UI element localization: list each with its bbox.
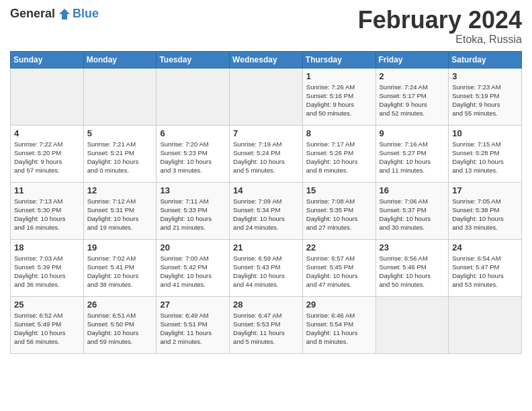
day-number: 3 bbox=[452, 71, 518, 81]
calendar-cell: 14Sunrise: 7:09 AM Sunset: 5:34 PM Dayli… bbox=[230, 182, 303, 239]
day-info: Sunrise: 6:52 AM Sunset: 5:49 PM Dayligh… bbox=[14, 311, 80, 347]
header-row: SundayMondayTuesdayWednesdayThursdayFrid… bbox=[11, 51, 522, 68]
day-info: Sunrise: 6:47 AM Sunset: 5:53 PM Dayligh… bbox=[233, 311, 299, 347]
day-info: Sunrise: 7:15 AM Sunset: 5:28 PM Dayligh… bbox=[452, 140, 518, 175]
calendar-cell bbox=[375, 296, 449, 353]
calendar-cell: 2Sunrise: 7:24 AM Sunset: 5:17 PM Daylig… bbox=[375, 68, 449, 125]
calendar-cell: 13Sunrise: 7:11 AM Sunset: 5:33 PM Dayli… bbox=[157, 182, 230, 239]
day-number: 17 bbox=[452, 185, 518, 195]
day-number: 22 bbox=[306, 242, 372, 253]
day-info: Sunrise: 7:03 AM Sunset: 5:39 PM Dayligh… bbox=[14, 254, 80, 289]
day-info: Sunrise: 7:21 AM Sunset: 5:21 PM Dayligh… bbox=[87, 140, 153, 175]
day-number: 26 bbox=[87, 300, 153, 310]
calendar-cell bbox=[11, 68, 84, 125]
day-number: 12 bbox=[87, 185, 153, 195]
calendar-cell: 11Sunrise: 7:13 AM Sunset: 5:30 PM Dayli… bbox=[11, 182, 84, 239]
calendar-cell: 18Sunrise: 7:03 AM Sunset: 5:39 PM Dayli… bbox=[11, 239, 84, 296]
day-info: Sunrise: 7:16 AM Sunset: 5:27 PM Dayligh… bbox=[380, 140, 445, 175]
day-info: Sunrise: 7:26 AM Sunset: 5:16 PM Dayligh… bbox=[306, 83, 372, 118]
day-number: 20 bbox=[160, 242, 226, 253]
calendar-cell: 9Sunrise: 7:16 AM Sunset: 5:27 PM Daylig… bbox=[375, 125, 449, 182]
day-info: Sunrise: 7:24 AM Sunset: 5:17 PM Dayligh… bbox=[380, 83, 445, 118]
week-row-2: 4Sunrise: 7:22 AM Sunset: 5:20 PM Daylig… bbox=[11, 125, 522, 182]
calendar-cell: 25Sunrise: 6:52 AM Sunset: 5:49 PM Dayli… bbox=[11, 296, 84, 353]
logo-general: General bbox=[10, 7, 55, 21]
day-header-sunday: Sunday bbox=[11, 51, 84, 68]
day-number: 11 bbox=[14, 185, 80, 195]
calendar-body: 1Sunrise: 7:26 AM Sunset: 5:16 PM Daylig… bbox=[11, 68, 522, 353]
day-info: Sunrise: 6:57 AM Sunset: 5:45 PM Dayligh… bbox=[306, 254, 372, 289]
day-number: 21 bbox=[233, 242, 299, 253]
day-number: 16 bbox=[380, 185, 445, 195]
day-info: Sunrise: 7:06 AM Sunset: 5:37 PM Dayligh… bbox=[380, 197, 445, 232]
day-number: 6 bbox=[160, 128, 226, 138]
day-number: 25 bbox=[14, 300, 80, 310]
day-number: 1 bbox=[306, 71, 372, 81]
day-info: Sunrise: 7:05 AM Sunset: 5:38 PM Dayligh… bbox=[452, 197, 518, 232]
day-number: 23 bbox=[380, 242, 445, 253]
svg-marker-0 bbox=[59, 9, 70, 19]
day-info: Sunrise: 7:12 AM Sunset: 5:31 PM Dayligh… bbox=[87, 197, 153, 232]
calendar-cell: 5Sunrise: 7:21 AM Sunset: 5:21 PM Daylig… bbox=[83, 125, 157, 182]
day-header-saturday: Saturday bbox=[449, 51, 522, 68]
day-info: Sunrise: 7:23 AM Sunset: 5:19 PM Dayligh… bbox=[452, 83, 518, 118]
day-number: 10 bbox=[452, 128, 518, 138]
calendar-cell: 21Sunrise: 6:59 AM Sunset: 5:43 PM Dayli… bbox=[230, 239, 303, 296]
day-info: Sunrise: 7:19 AM Sunset: 5:24 PM Dayligh… bbox=[233, 140, 299, 175]
page-header: General Blue February 2024 Etoka, Russia bbox=[10, 7, 522, 46]
day-number: 8 bbox=[306, 128, 372, 138]
day-header-wednesday: Wednesday bbox=[230, 51, 303, 68]
day-info: Sunrise: 7:13 AM Sunset: 5:30 PM Dayligh… bbox=[14, 197, 80, 232]
calendar-cell bbox=[157, 68, 230, 125]
day-info: Sunrise: 6:56 AM Sunset: 5:46 PM Dayligh… bbox=[380, 254, 445, 289]
day-info: Sunrise: 7:22 AM Sunset: 5:20 PM Dayligh… bbox=[14, 140, 80, 175]
calendar-cell: 23Sunrise: 6:56 AM Sunset: 5:46 PM Dayli… bbox=[375, 239, 449, 296]
day-header-monday: Monday bbox=[83, 51, 157, 68]
calendar-cell: 1Sunrise: 7:26 AM Sunset: 5:16 PM Daylig… bbox=[302, 68, 375, 125]
calendar-cell bbox=[230, 68, 303, 125]
title-area: February 2024 Etoka, Russia bbox=[358, 7, 522, 46]
day-number: 4 bbox=[14, 128, 80, 138]
calendar-cell: 19Sunrise: 7:02 AM Sunset: 5:41 PM Dayli… bbox=[83, 239, 157, 296]
day-info: Sunrise: 6:54 AM Sunset: 5:47 PM Dayligh… bbox=[452, 254, 518, 289]
day-number: 13 bbox=[160, 185, 226, 195]
day-header-thursday: Thursday bbox=[302, 51, 375, 68]
day-number: 7 bbox=[233, 128, 299, 138]
week-row-4: 18Sunrise: 7:03 AM Sunset: 5:39 PM Dayli… bbox=[11, 239, 522, 296]
day-number: 5 bbox=[87, 128, 153, 138]
day-number: 29 bbox=[306, 300, 372, 310]
calendar-cell: 20Sunrise: 7:00 AM Sunset: 5:42 PM Dayli… bbox=[157, 239, 230, 296]
calendar-cell: 12Sunrise: 7:12 AM Sunset: 5:31 PM Dayli… bbox=[83, 182, 157, 239]
location-subtitle: Etoka, Russia bbox=[358, 34, 522, 46]
calendar-cell: 4Sunrise: 7:22 AM Sunset: 5:20 PM Daylig… bbox=[11, 125, 84, 182]
calendar-cell: 3Sunrise: 7:23 AM Sunset: 5:19 PM Daylig… bbox=[449, 68, 522, 125]
calendar-cell: 29Sunrise: 6:46 AM Sunset: 5:54 PM Dayli… bbox=[302, 296, 375, 353]
calendar-cell: 16Sunrise: 7:06 AM Sunset: 5:37 PM Dayli… bbox=[375, 182, 449, 239]
day-number: 28 bbox=[233, 300, 299, 310]
week-row-1: 1Sunrise: 7:26 AM Sunset: 5:16 PM Daylig… bbox=[11, 68, 522, 125]
day-number: 14 bbox=[233, 185, 299, 195]
day-info: Sunrise: 7:20 AM Sunset: 5:23 PM Dayligh… bbox=[160, 140, 226, 175]
day-header-friday: Friday bbox=[375, 51, 449, 68]
logo: General Blue bbox=[10, 7, 99, 21]
day-number: 15 bbox=[306, 185, 372, 195]
logo-icon bbox=[58, 7, 71, 21]
calendar-cell: 17Sunrise: 7:05 AM Sunset: 5:38 PM Dayli… bbox=[449, 182, 522, 239]
calendar-cell: 26Sunrise: 6:51 AM Sunset: 5:50 PM Dayli… bbox=[83, 296, 157, 353]
day-info: Sunrise: 6:46 AM Sunset: 5:54 PM Dayligh… bbox=[306, 311, 372, 347]
day-info: Sunrise: 7:09 AM Sunset: 5:34 PM Dayligh… bbox=[233, 197, 299, 232]
calendar-cell: 28Sunrise: 6:47 AM Sunset: 5:53 PM Dayli… bbox=[230, 296, 303, 353]
day-info: Sunrise: 7:17 AM Sunset: 5:26 PM Dayligh… bbox=[306, 140, 372, 175]
day-number: 27 bbox=[160, 300, 226, 310]
day-info: Sunrise: 6:49 AM Sunset: 5:51 PM Dayligh… bbox=[160, 311, 226, 347]
week-row-5: 25Sunrise: 6:52 AM Sunset: 5:49 PM Dayli… bbox=[11, 296, 522, 353]
calendar-table: SundayMondayTuesdayWednesdayThursdayFrid… bbox=[10, 51, 522, 354]
day-header-tuesday: Tuesday bbox=[157, 51, 230, 68]
calendar-cell: 15Sunrise: 7:08 AM Sunset: 5:35 PM Dayli… bbox=[302, 182, 375, 239]
calendar-cell: 7Sunrise: 7:19 AM Sunset: 5:24 PM Daylig… bbox=[230, 125, 303, 182]
calendar-cell: 22Sunrise: 6:57 AM Sunset: 5:45 PM Dayli… bbox=[302, 239, 375, 296]
calendar-cell: 27Sunrise: 6:49 AM Sunset: 5:51 PM Dayli… bbox=[157, 296, 230, 353]
calendar-header: SundayMondayTuesdayWednesdayThursdayFrid… bbox=[11, 51, 522, 68]
logo-blue: Blue bbox=[73, 7, 99, 21]
week-row-3: 11Sunrise: 7:13 AM Sunset: 5:30 PM Dayli… bbox=[11, 182, 522, 239]
